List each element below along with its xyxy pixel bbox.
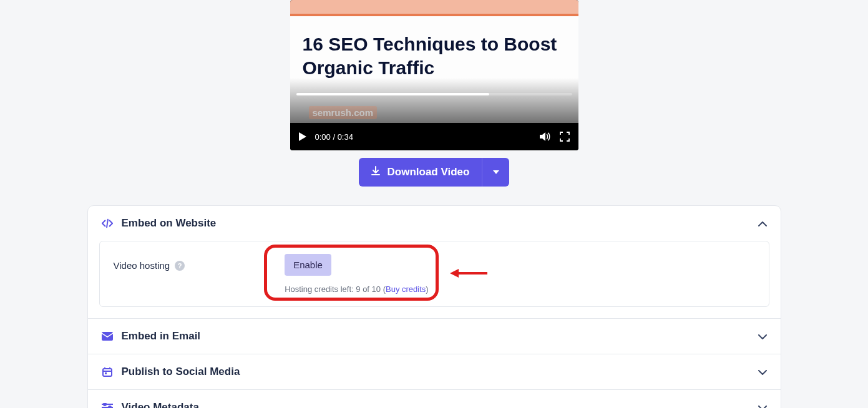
svg-rect-3 (102, 332, 113, 341)
accordion-title: Video Metadata (122, 401, 749, 408)
accordion-social[interactable]: Publish to Social Media (88, 354, 781, 389)
hosting-credits-line: Hosting credits left: 9 of 10 (Buy credi… (285, 284, 429, 294)
sliders-icon (102, 403, 113, 408)
calendar-icon (102, 367, 113, 377)
video-hosting-label: Video hosting (114, 260, 170, 271)
video-preview: 16 SEO Techniques to Boost Organic Traff… (290, 0, 578, 150)
video-watermark: semrush.com (309, 106, 378, 119)
video-time: 0:00 / 0:34 (315, 132, 353, 142)
accordion-title: Embed in Email (122, 330, 749, 342)
play-icon[interactable] (299, 132, 306, 141)
video-title-area: 16 SEO Techniques to Boost Organic Traff… (290, 16, 578, 123)
svg-point-6 (104, 403, 106, 406)
enable-hosting-button[interactable]: Enable (285, 254, 331, 276)
video-hosting-label-row: Video hosting ? (114, 254, 185, 271)
accordion-title: Publish to Social Media (122, 366, 749, 378)
svg-rect-4 (103, 369, 112, 376)
download-label: Download Video (388, 166, 470, 178)
chevron-up-icon (758, 218, 767, 229)
accordion-metadata[interactable]: Video Metadata (88, 389, 781, 408)
accordion-embed-email[interactable]: Embed in Email (88, 318, 781, 354)
video-controls: 0:00 / 0:34 (290, 123, 578, 150)
options-card: Embed on Website Video hosting ? Enable … (87, 205, 781, 408)
buy-credits-link[interactable]: Buy credits (386, 284, 426, 294)
video-title: 16 SEO Techniques to Boost Organic Traff… (303, 32, 566, 79)
download-caret[interactable] (482, 158, 509, 187)
email-icon (102, 332, 113, 341)
accordion-title: Embed on Website (122, 217, 749, 230)
volume-icon[interactable] (540, 132, 551, 142)
credits-prefix: Hosting credits left: 9 of 10 ( (285, 284, 386, 294)
credits-suffix: ) (426, 284, 428, 294)
svg-marker-2 (493, 170, 499, 174)
download-video-button[interactable]: Download Video (359, 158, 510, 187)
video-hosting-box: Video hosting ? Enable Hosting credits l… (99, 241, 769, 307)
video-accent-bar (290, 0, 578, 16)
code-icon (102, 218, 113, 228)
accordion-embed-website[interactable]: Embed on Website (88, 206, 781, 241)
chevron-down-icon (758, 402, 767, 408)
chevron-down-icon (758, 331, 767, 342)
svg-marker-1 (540, 132, 545, 141)
chevron-down-icon (758, 366, 767, 377)
download-icon (370, 165, 381, 180)
svg-rect-5 (105, 372, 107, 374)
fullscreen-icon[interactable] (560, 132, 570, 142)
embed-website-body: Video hosting ? Enable Hosting credits l… (88, 241, 781, 318)
help-icon[interactable]: ? (175, 261, 185, 271)
svg-marker-0 (299, 132, 306, 141)
video-progress-bar[interactable] (296, 93, 572, 95)
